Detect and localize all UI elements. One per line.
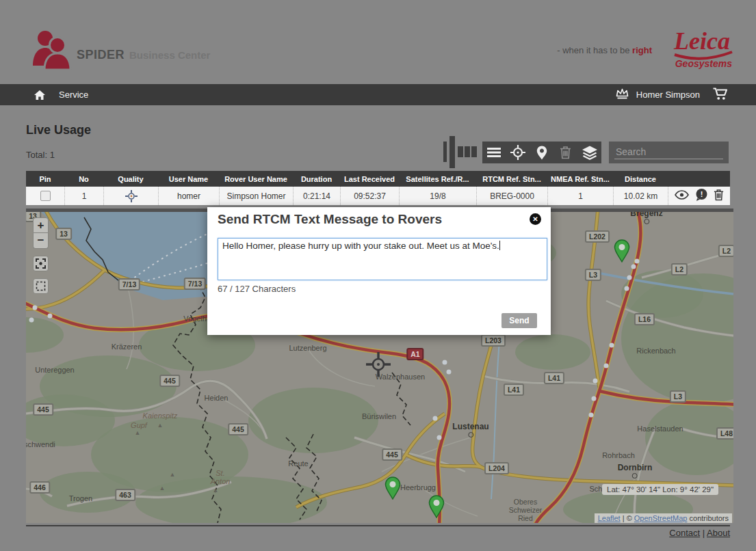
road-badge: L204 [484, 462, 509, 474]
map-place-label: Rohrbach [602, 451, 635, 459]
row-last-received: 09:52:37 [340, 187, 399, 205]
road-badge: L16 [634, 313, 655, 325]
osm-link[interactable]: OpenStreetMap [634, 514, 688, 522]
road-badge: L203 [481, 334, 506, 347]
road-badge: 445 [159, 375, 180, 387]
col-rtcm-ref: RTCM Ref. Stn... [476, 171, 547, 187]
road-badge: 7/13 [184, 278, 206, 290]
footer-links: Contact | About [669, 528, 730, 538]
col-satellites: Satellites Ref./R... [399, 171, 476, 187]
leica-wordmark: Leica [673, 27, 730, 55]
location-pin-icon[interactable] [532, 144, 552, 161]
map-place-label: Lustenau [452, 422, 488, 438]
close-icon[interactable]: ✕ [530, 213, 541, 225]
zoom-out-button[interactable]: − [33, 233, 49, 249]
trash-icon[interactable] [714, 189, 724, 203]
road-badge: 445 [228, 423, 248, 435]
map-place-label: Heiden [205, 394, 229, 402]
tagline-prefix: - when it has to be [557, 45, 632, 55]
row-no: 1 [64, 187, 103, 205]
col-distance: Distance [613, 171, 668, 187]
row-satellites: 19/8 [399, 187, 476, 205]
box-select-button[interactable] [33, 278, 49, 294]
cart-icon[interactable] [712, 87, 729, 103]
road-badge: 7/13 [118, 278, 140, 291]
nav-user-name[interactable]: Homer Simpson [636, 90, 700, 100]
leica-sub: Geosystems [675, 58, 732, 69]
view-icon[interactable] [675, 190, 689, 202]
message-icon[interactable]: ! [695, 189, 707, 203]
map-place-label: Sch [590, 485, 603, 493]
leica-logo: Leica Geosystems [670, 27, 733, 74]
quality-icon [103, 187, 158, 205]
peak-icon: ▲ [159, 485, 166, 492]
attribution-tail: contributors [687, 514, 729, 522]
col-actions [668, 171, 730, 187]
map-attribution: Leaflet | © OpenStreetMap contributors [595, 513, 732, 523]
map-place-label: Trogen [69, 494, 92, 502]
row-rover-user-name: Simpson Homer [219, 187, 293, 205]
map-place-label: Oberes Schweizer Ried [509, 498, 542, 522]
road-badge: 13 [55, 228, 72, 240]
map-place-label: rschwendi [26, 440, 55, 448]
search-underline [614, 159, 723, 159]
map-place-label: Kräzeren [112, 342, 142, 351]
road-badge: L41 [544, 372, 564, 384]
row-checkbox[interactable] [40, 191, 51, 201]
position-readout: Lat: 47° 30' 14" Lon: 9° 42' 29" [602, 484, 718, 495]
brand-spider: SPIDER [77, 48, 125, 62]
road-badge: L3 [670, 390, 686, 403]
col-last-received: Last Received [340, 171, 399, 187]
leaflet-link[interactable]: Leaflet [598, 514, 621, 522]
col-user-name: User Name [158, 171, 219, 187]
live-usage-bars-icon[interactable] [443, 136, 478, 171]
reference-station-icon[interactable] [365, 351, 392, 381]
col-rover-user-name: Rover User Name [219, 171, 293, 187]
home-icon[interactable] [34, 90, 46, 100]
search-input[interactable] [614, 144, 723, 160]
road-badge: L202 [585, 230, 610, 243]
row-nmea-ref: 1 [547, 187, 613, 205]
row-rtcm-ref: BREG-0000 [476, 187, 547, 205]
text-caret [499, 241, 500, 250]
road-badge: L41 [504, 384, 524, 396]
col-nmea-ref: NMEA Ref. Stn... [547, 171, 613, 187]
contact-link[interactable]: Contact [669, 528, 700, 538]
center-target-icon[interactable] [508, 144, 528, 161]
nav-bar: Service Homer Simpson [0, 84, 756, 105]
col-quality: Quality [103, 171, 158, 187]
rover-marker-icon[interactable] [384, 476, 401, 502]
col-duration: Duration [293, 171, 340, 187]
zoom-in-button[interactable]: + [33, 217, 49, 233]
tagline: - when it has to be right [557, 45, 652, 55]
brand-title: SPIDER Business Center [77, 48, 210, 62]
fullscreen-button[interactable] [33, 256, 49, 271]
map-place-label: Dornbirn [618, 463, 653, 479]
rover-marker-icon[interactable] [428, 495, 445, 521]
message-input[interactable]: Hello Homer, please hurry up with your s… [218, 238, 547, 280]
road-badge: L48 [716, 427, 733, 440]
search-box [609, 142, 729, 163]
message-text: Hello Homer, please hurry up with your s… [222, 241, 499, 251]
map-place-label: Untereggen [35, 366, 75, 374]
send-button[interactable]: Send [501, 313, 537, 328]
road-badge: L2 [718, 245, 733, 257]
menu-icon[interactable] [484, 144, 504, 161]
delete-icon[interactable] [556, 144, 576, 161]
row-user-name: homer [158, 187, 219, 205]
tagline-highlight: right [632, 45, 652, 55]
footer-divider [26, 525, 730, 526]
rover-marker-icon[interactable] [614, 239, 630, 265]
map-place-label: Büriswilen [362, 412, 396, 420]
nav-item-service[interactable]: Service [59, 90, 88, 100]
layers-icon[interactable] [579, 144, 600, 161]
map-place-label: Haselstauden [637, 425, 683, 433]
about-link[interactable]: About [707, 528, 730, 538]
char-counter: 67 / 127 Characters [218, 284, 296, 294]
row-duration: 0:21:14 [293, 187, 340, 205]
peak-icon: ▲ [170, 471, 176, 478]
road-badge: 446 [29, 481, 50, 494]
map-place-label: St. Anton [211, 469, 231, 485]
map-controls: + − [33, 217, 49, 294]
map-place-label: Lutzenberg [289, 344, 326, 352]
